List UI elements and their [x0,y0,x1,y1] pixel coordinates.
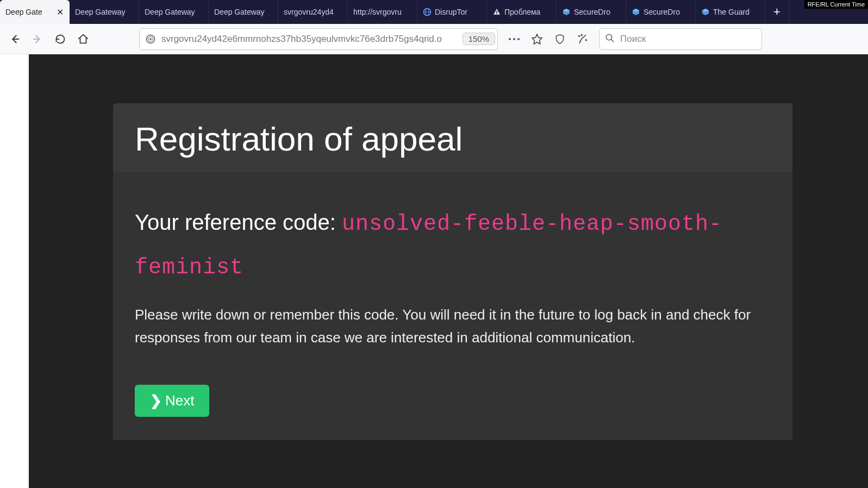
tab-label: The Guard [713,8,750,16]
svg-point-14 [579,35,580,36]
tab-label: Deep Gateway [75,8,126,16]
instructions-text: Please write down or remember this code.… [135,304,771,349]
tab-label: SecureDro [644,8,680,16]
tab-the-guardian[interactable]: The Guard [696,0,765,24]
search-input[interactable] [620,34,756,45]
cube-icon [632,8,640,16]
svg-point-11 [513,38,515,40]
cube-icon [562,8,571,16]
reference-code-line: Your reference code: unsolved-feeble-hea… [135,202,771,289]
zoom-level-badge[interactable]: 150% [463,33,495,45]
tab-securedrop-1[interactable]: SecureDro [557,0,626,24]
tab-label: Deep Gateway [145,8,195,16]
page-actions-menu[interactable] [505,30,523,48]
content-card: Registration of appeal Your reference co… [113,103,792,440]
page-title: Registration of appeal [135,120,771,158]
reload-button[interactable] [51,30,70,48]
tab-label: svrgovru24yd4 [284,8,334,16]
tab-problem[interactable]: Проблема [487,0,557,24]
svg-point-12 [517,38,520,40]
new-identity-icon[interactable] [574,30,591,48]
card-header: Registration of appeal [113,103,792,172]
svg-marker-13 [532,34,542,43]
back-button[interactable] [5,30,24,48]
onion-site-icon[interactable] [145,34,156,45]
url-bar[interactable]: svrgovru24yd42e6mmrnohzs37hb35yqeulvmvkc… [139,28,498,50]
forward-button[interactable] [28,30,47,48]
gutter [0,54,29,488]
svg-point-16 [581,34,582,35]
home-button[interactable] [74,30,92,48]
close-icon[interactable]: ✕ [53,7,64,17]
tab-securedrop-2[interactable]: SecureDro [626,0,696,24]
reference-code-label: Your reference code: [135,210,342,234]
shield-icon[interactable] [551,30,569,48]
bookmark-star-icon[interactable] [528,30,546,48]
cube-icon [701,8,710,16]
globe-icon [423,8,432,16]
search-icon [605,33,615,45]
svg-point-9 [149,38,152,40]
tab-label: DisrupTor [435,8,467,16]
tab-http-svrgovru[interactable]: http://svrgovru [348,0,417,24]
page-viewport: Registration of appeal Your reference co… [0,54,868,488]
svg-point-10 [509,38,511,40]
new-tab-button[interactable]: + [765,0,789,24]
search-bar[interactable] [599,28,762,50]
tab-deep-gateway-3[interactable]: Deep Gateway [139,0,209,24]
warning-icon [492,8,501,16]
next-button-label: Next [165,392,194,409]
tab-label: http://svrgovru [353,8,402,16]
card-body: Your reference code: unsolved-feeble-hea… [113,172,792,433]
svg-point-15 [586,39,587,40]
chevron-right-icon: ❯ [150,392,162,409]
next-button[interactable]: ❯ Next [135,385,209,417]
tab-deep-gateway-active[interactable]: Deep Gate ✕ [0,0,70,24]
tab-label: Проблема [504,8,540,16]
tab-label: Deep Gate [5,8,42,16]
tab-bar: Deep Gate ✕ Deep Gateway Deep Gateway De… [0,0,868,24]
tab-label: SecureDro [574,8,610,16]
card-footer: ❯ Next [135,385,771,417]
page-body: Registration of appeal Your reference co… [29,54,868,488]
svg-line-18 [611,39,614,42]
svg-rect-4 [496,14,497,15]
tab-deep-gateway-2[interactable]: Deep Gateway [70,0,139,24]
url-text[interactable]: svrgovru24yd42e6mmrnohzs37hb35yqeulvmvkc… [161,34,457,45]
toolbar: svrgovru24yd42e6mmrnohzs37hb35yqeulvmvkc… [0,24,868,54]
tab-svrgovru[interactable]: svrgovru24yd4 [278,0,348,24]
tab-deep-gateway-4[interactable]: Deep Gateway [209,0,278,24]
svg-rect-3 [496,11,497,13]
plus-icon: + [773,5,780,19]
watermark: RFE/RL Current Time [804,0,868,9]
tab-disruptor[interactable]: DisrupTor [417,0,487,24]
tab-label: Deep Gateway [214,8,265,16]
